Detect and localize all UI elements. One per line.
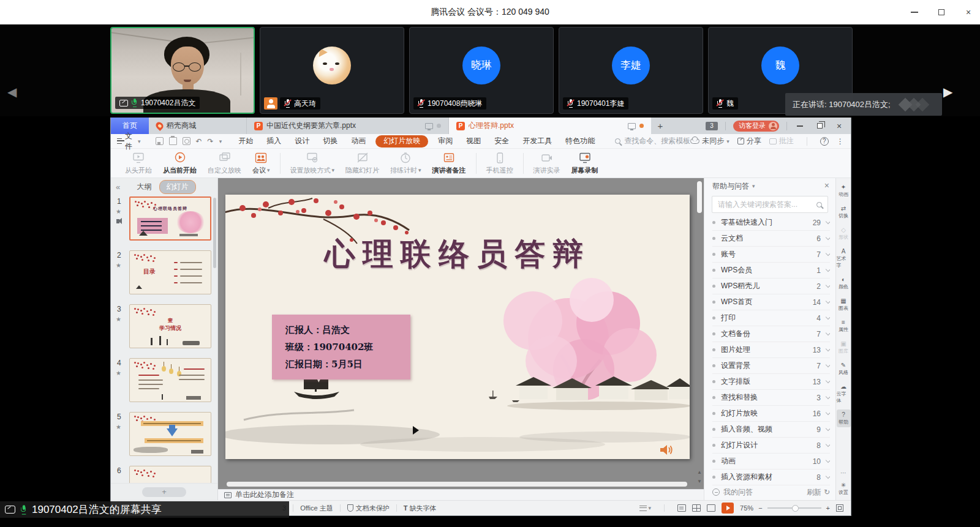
theme-label[interactable]: Office 主题 — [300, 504, 333, 513]
fit-window-icon[interactable] — [836, 504, 843, 512]
help-topic[interactable]: 打印4 — [712, 310, 830, 326]
chevron-down-icon[interactable]: ▾ — [752, 183, 755, 189]
menu-review[interactable]: 审阅 — [431, 134, 459, 149]
help-topic[interactable]: WPS会员1 — [712, 263, 830, 278]
reading-view-icon[interactable] — [707, 504, 715, 512]
collapse-ribbon-icon[interactable] — [851, 139, 851, 145]
participant-tile[interactable]: 高天琦 — [260, 27, 404, 114]
menu-start[interactable]: 开始 — [232, 134, 260, 149]
sidebar-item-animation[interactable]: ✦动画 — [837, 182, 851, 200]
slide-editor[interactable]: 心理联络员答辩 汇报人：吕浩文 班级：19070402班 汇报日期：5月5日 — [225, 195, 690, 459]
menu-insert[interactable]: 插入 — [260, 134, 288, 149]
menu-security[interactable]: 安全 — [488, 134, 516, 149]
menu-developer[interactable]: 开发工具 — [516, 134, 559, 149]
save-icon[interactable] — [156, 137, 164, 145]
canvas-vscrollbar[interactable] — [697, 181, 702, 213]
wps-close-button[interactable]: × — [834, 122, 845, 130]
help-topic[interactable]: 幻灯片放映16 — [712, 406, 830, 422]
canvas-hscrollbar[interactable] — [227, 482, 687, 487]
menu-animation[interactable]: 动画 — [344, 134, 372, 149]
add-slide-button[interactable]: + — [142, 487, 186, 497]
wps-restore-button[interactable] — [814, 122, 825, 130]
participant-tile[interactable]: 19070402吕浩文 — [110, 27, 255, 114]
help-close-icon[interactable]: × — [824, 181, 829, 190]
zoom-slider[interactable] — [767, 507, 821, 509]
strip-next-icon[interactable]: ▶ — [943, 84, 952, 99]
slide-sorter-icon[interactable] — [692, 504, 701, 512]
strip-prev-icon[interactable]: ◀ — [7, 84, 17, 99]
help-topic[interactable]: 设置背景7 — [712, 358, 830, 374]
help-topic[interactable]: 文字排版13 — [712, 374, 830, 390]
help-topic[interactable]: 查找和替换3 — [712, 390, 830, 406]
help-topic[interactable]: 账号7 — [712, 247, 830, 263]
help-topic[interactable]: 动画10 — [712, 454, 830, 469]
help-topic[interactable]: WPS稻壳儿2 — [712, 278, 830, 294]
tab-docer-store[interactable]: 稻壳商城 — [149, 118, 247, 134]
thumbnail-scrollbar[interactable] — [213, 198, 216, 268]
missing-fonts-status[interactable]: T 缺失字体 — [404, 504, 437, 513]
participant-tile[interactable]: 李婕 19070401李婕 — [559, 27, 703, 114]
sidebar-item-properties[interactable]: ≡属性 — [837, 317, 851, 335]
sidebar-item-color[interactable]: ◐颜色 — [837, 274, 851, 292]
customize-toolbar-caret[interactable]: ▾ — [219, 138, 222, 144]
refresh-button[interactable]: 刷新 ↻ — [807, 487, 830, 498]
redo-icon[interactable]: ↷ — [208, 137, 214, 146]
zoom-level[interactable]: 75% — [740, 504, 753, 512]
help-topic[interactable]: 文档备份7 — [712, 326, 830, 342]
slides-tab-active[interactable]: 幻灯片 — [159, 180, 196, 194]
slide-thumbnail-6[interactable]: 6 — [129, 466, 211, 483]
tab-document-1[interactable]: P 中国近代史纲要第六章.pptx — [247, 118, 449, 134]
sidebar-item-style[interactable]: ✎风格 — [837, 360, 851, 378]
help-icon[interactable]: ? — [820, 137, 829, 146]
sidebar-more-icon[interactable]: ⋯ — [840, 469, 846, 476]
slideshow-play-button[interactable] — [722, 503, 734, 514]
menu-transition[interactable]: 切换 — [316, 134, 344, 149]
sidebar-item-chart[interactable]: ▦图表 — [837, 296, 851, 313]
menu-special-features[interactable]: 特色功能 — [559, 134, 601, 149]
help-search-input[interactable] — [718, 200, 816, 209]
help-topic[interactable]: 云文档6 — [712, 231, 830, 247]
print-preview-icon[interactable] — [183, 137, 190, 145]
slide-info-box[interactable]: 汇报人：吕浩文 班级：19070402班 汇报日期：5月5日 — [272, 315, 410, 379]
zoom-out-button[interactable]: − — [758, 504, 762, 512]
guest-login-button[interactable]: 访客登录 — [733, 121, 779, 132]
protection-status[interactable]: 文档未保护 — [347, 504, 390, 513]
slide-thumbnail-5[interactable]: 5 ★ — [129, 412, 211, 456]
close-button[interactable]: × — [963, 7, 974, 18]
maximize-button[interactable] — [936, 7, 947, 18]
more-menu-icon[interactable]: ⋮ — [837, 137, 844, 146]
menu-view[interactable]: 视图 — [459, 134, 488, 149]
help-search-box[interactable] — [712, 196, 828, 213]
zoom-in-button[interactable]: + — [826, 504, 830, 512]
file-menu[interactable]: 文件 ▾ — [117, 131, 146, 152]
menu-design[interactable]: 设计 — [288, 134, 316, 149]
ribbon-meeting[interactable]: 会议▾ — [247, 149, 276, 178]
print-icon[interactable] — [169, 137, 177, 145]
help-topic[interactable]: 幻灯片设计8 — [712, 438, 830, 454]
tab-document-2-active[interactable]: P 心理答辩.pptx — [449, 118, 651, 134]
participant-tile[interactable]: 晓琳 19070408蔄晓琳 — [409, 27, 554, 114]
normal-view-icon[interactable] — [677, 504, 686, 512]
help-topic[interactable]: 图片处理13 — [712, 342, 830, 358]
minimize-button[interactable] — [909, 7, 920, 18]
collapse-panel-icon[interactable]: « — [116, 182, 120, 192]
sidebar-item-help-active[interactable]: ?帮助 — [837, 409, 851, 427]
help-topic[interactable]: 插入资源和素材8 — [712, 469, 830, 485]
new-tab-button[interactable]: + — [651, 118, 669, 134]
command-search[interactable]: 查找命令、搜索模板 — [615, 136, 690, 146]
slide-thumbnail-3[interactable]: 3 ★ 壹 学习情况 — [129, 304, 211, 348]
notes-bar[interactable]: 单击此处添加备注 — [218, 489, 704, 500]
slide-thumbnail-1[interactable]: 1 ★ 心理联络员答辩 — [129, 196, 211, 241]
status-menu-icon[interactable]: ▾ — [639, 505, 652, 511]
ribbon-screen-record[interactable]: 屏幕录制 — [566, 149, 604, 178]
notification-badge[interactable]: 3 — [706, 122, 718, 130]
wps-minimize-button[interactable] — [794, 122, 805, 130]
slide-thumbnail-4[interactable]: 4 ★ — [129, 358, 211, 402]
sidebar-item-wordart[interactable]: A艺术字 — [837, 246, 851, 271]
ribbon-from-current[interactable]: 从当前开始 — [157, 149, 202, 178]
sidebar-item-settings[interactable]: ✳设置 — [837, 480, 851, 498]
slide-title[interactable]: 心理联络员答辩 — [225, 234, 690, 275]
canvas-scroll-buttons[interactable]: ▲ ▼ — [696, 470, 703, 484]
slide-thumbnail-2[interactable]: 2 ★ 目录 — [129, 250, 211, 294]
undo-icon[interactable]: ↶ — [196, 137, 202, 146]
